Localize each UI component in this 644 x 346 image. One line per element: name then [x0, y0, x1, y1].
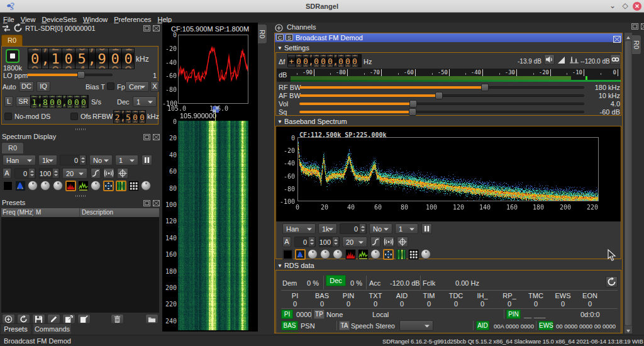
sr-button[interactable]: SR: [16, 96, 31, 107]
slider-rfbw-handle[interactable]: [481, 84, 489, 91]
reload-device-icon[interactable]: [13, 23, 23, 33]
slider-afbw[interactable]: [299, 91, 584, 99]
fcpos-select[interactable]: Cen: [125, 81, 149, 92]
bbspec-grid-icon[interactable]: [408, 249, 419, 260]
start-stop-button[interactable]: [6, 49, 19, 63]
sample-rate-dial[interactable]: 210,,,987109109,,,109109109: [30, 95, 89, 108]
minimize-button[interactable]: ⌄: [608, 1, 618, 11]
bbspec-waterfall-icon[interactable]: [396, 249, 406, 260]
specdisp-reflevel-spin[interactable]: 0: [14, 168, 36, 179]
preset-refresh-button[interactable]: [17, 314, 30, 324]
maximize-button[interactable]: ◇: [620, 1, 630, 11]
slider-vol[interactable]: [299, 99, 584, 108]
specdisp-fftsize-select[interactable]: 1k: [38, 155, 57, 165]
specdisp-offset-spin[interactable]: 0: [60, 155, 87, 165]
channels-panel-restore-icon[interactable]: [631, 23, 638, 30]
slider-rfbw[interactable]: [299, 83, 584, 91]
squelch-icon[interactable]: [557, 55, 565, 64]
preset-load-button[interactable]: [145, 314, 158, 324]
bbspec-reflevel-spin[interactable]: 0: [294, 237, 316, 247]
bbspec-knob[interactable]: [333, 249, 343, 259]
delta-f-dial[interactable]: -+-109109,,,109109109,,,109109109: [287, 54, 362, 67]
swap-device-icon[interactable]: [2, 24, 11, 33]
specdisp-spectrum-peak-icon[interactable]: [15, 181, 26, 191]
bbspec-knob[interactable]: [308, 249, 318, 259]
specdisp-waterfall-icon[interactable]: [116, 181, 126, 191]
bbspec-a-button[interactable]: A: [282, 237, 291, 247]
channels-scrollbar[interactable]: [625, 33, 632, 333]
device-panel-close-icon[interactable]: [153, 25, 160, 31]
spectrum-display-tab-r0[interactable]: R0: [1, 142, 24, 153]
main-spectrum-tab-r0[interactable]: R0: [258, 24, 267, 44]
slider-sq-handle[interactable]: [409, 108, 416, 116]
bbspec-window-select[interactable]: Han: [282, 223, 316, 234]
preset-new-button[interactable]: [2, 314, 15, 324]
presets-table-body[interactable]: [1, 217, 159, 313]
bbspec-avgcount-select[interactable]: 1: [395, 223, 418, 234]
bias-t-checkbox[interactable]: [107, 82, 114, 90]
specdisp-knob[interactable]: [28, 181, 38, 191]
specdisp-a-button[interactable]: A: [3, 168, 11, 179]
bbspec-knob[interactable]: [320, 249, 330, 259]
presets-panel-restore-icon[interactable]: [143, 200, 150, 206]
splitter-handle[interactable]: [75, 128, 86, 130]
slider-sq[interactable]: [299, 108, 584, 116]
scrollbar-handle[interactable]: [625, 41, 631, 325]
tab-presets[interactable]: Presets: [0, 323, 31, 334]
rfbw-dial[interactable]: 321,,,654109109: [113, 110, 146, 123]
baseband-canvas[interactable]: [298, 138, 598, 201]
specdisp-spectrum-red-icon[interactable]: [65, 181, 76, 191]
lo-ppm-slider-handle[interactable]: [77, 71, 85, 79]
specdisp-markers-button[interactable]: [103, 168, 114, 179]
specdisp-nav-arrows-icon[interactable]: [103, 181, 114, 191]
preset-edit-button[interactable]: [47, 314, 60, 324]
specdisp-decay-select[interactable]: 20: [62, 168, 87, 179]
lock-button[interactable]: L: [4, 96, 13, 107]
bbspec-spectrum-peak-icon[interactable]: [295, 249, 306, 260]
bbspec-range-spin[interactable]: 100: [319, 237, 340, 247]
transverter-button[interactable]: X: [150, 81, 159, 92]
main-spectrum-canvas[interactable]: [179, 35, 248, 103]
channel-c-button[interactable]: C: [276, 34, 284, 41]
audio-mute-button[interactable]: [544, 54, 555, 65]
slider-vol-handle[interactable]: [409, 100, 417, 108]
channel-titlebar[interactable]: CSBroadcast FM Demod: [275, 33, 622, 42]
channel-close-icon[interactable]: [613, 34, 621, 41]
iq-button[interactable]: IQ: [36, 81, 50, 92]
waterfall-canvas[interactable]: [178, 121, 248, 330]
bbspec-black-square-icon[interactable]: [282, 249, 293, 260]
settings-section-header[interactable]: Settings: [277, 44, 309, 52]
specdisp-knob[interactable]: [53, 181, 63, 191]
splitter-handle-2[interactable]: [75, 195, 86, 197]
bbspec-spectrum-green-icon[interactable]: [358, 249, 369, 260]
bbspec-knob[interactable]: [370, 249, 380, 259]
channels-tab-r0[interactable]: R0: [632, 35, 641, 55]
specdisp-window-select[interactable]: Han: [3, 155, 36, 165]
bbspec-decay-select[interactable]: 20: [342, 237, 367, 247]
bbspec-calibration-button[interactable]: [397, 237, 408, 247]
add-channel-icon[interactable]: [275, 23, 283, 31]
baseband-section-header[interactable]: Baseband Spectrum: [277, 118, 347, 125]
bbspec-markers-button[interactable]: [383, 237, 394, 247]
specdisp-avgcount-select[interactable]: 1: [115, 155, 138, 165]
bbspec-averaging-select[interactable]: No: [369, 223, 392, 234]
scrollbar-up-icon[interactable]: [625, 33, 632, 40]
specdisp-phosphor-button[interactable]: [91, 168, 101, 179]
channels-panel-close-icon[interactable]: [641, 23, 644, 30]
specdisp-knob[interactable]: [91, 181, 101, 191]
bbspec-pause-button[interactable]: [421, 223, 432, 234]
device-panel-restore-icon[interactable]: [143, 25, 150, 31]
close-button[interactable]: ✕: [633, 2, 641, 11]
bbspec-fftsize-select[interactable]: 1k: [318, 223, 337, 234]
dec-button[interactable]: Dec: [326, 275, 346, 286]
pilot-lock-button[interactable]: [610, 54, 621, 65]
specdisp-black-square-icon[interactable]: [3, 181, 13, 191]
bbspec-knob[interactable]: [421, 249, 431, 259]
preset-import-button[interactable]: [77, 314, 91, 324]
bbspec-spectrum-red-icon[interactable]: [345, 249, 356, 260]
channel-s-button[interactable]: S: [286, 34, 293, 41]
slider-afbw-handle[interactable]: [435, 92, 443, 99]
preset-delete-button[interactable]: [111, 314, 124, 324]
specdisp-averaging-select[interactable]: No: [89, 155, 113, 165]
preset-export-button[interactable]: [62, 314, 75, 324]
